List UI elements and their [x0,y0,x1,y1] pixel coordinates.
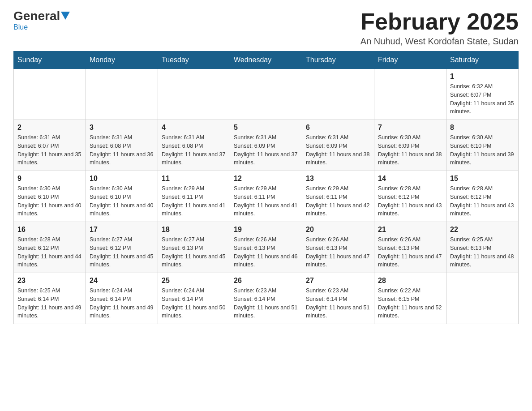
calendar-cell [230,69,302,120]
day-number: 15 [450,175,515,183]
calendar-subtitle: An Nuhud, West Kordofan State, Sudan [360,36,519,47]
calendar-cell: 13Sunrise: 6:29 AMSunset: 6:11 PMDayligh… [302,171,374,222]
calendar-cell: 14Sunrise: 6:28 AMSunset: 6:12 PMDayligh… [374,171,446,222]
day-info: Sunrise: 6:24 AMSunset: 6:14 PMDaylight:… [162,287,226,320]
day-info: Sunrise: 6:31 AMSunset: 6:08 PMDaylight:… [90,133,154,167]
calendar-week-row: 1Sunrise: 6:32 AMSunset: 6:07 PMDaylight… [14,69,519,120]
weekday-header-sunday: Sunday [14,51,86,69]
day-number: 13 [306,175,370,183]
day-info: Sunrise: 6:24 AMSunset: 6:14 PMDaylight:… [90,287,154,320]
calendar-cell: 25Sunrise: 6:24 AMSunset: 6:14 PMDayligh… [158,273,230,324]
day-number: 11 [162,175,226,183]
weekday-header-row: SundayMondayTuesdayWednesdayThursdayFrid… [14,51,519,69]
day-info: Sunrise: 6:30 AMSunset: 6:10 PMDaylight:… [450,133,515,167]
day-number: 26 [234,277,298,285]
day-info: Sunrise: 6:28 AMSunset: 6:12 PMDaylight:… [378,184,442,218]
day-number: 14 [378,175,442,183]
calendar-cell: 21Sunrise: 6:26 AMSunset: 6:13 PMDayligh… [374,222,446,273]
calendar-cell: 16Sunrise: 6:28 AMSunset: 6:12 PMDayligh… [14,222,86,273]
calendar-cell [158,69,230,120]
calendar-cell: 11Sunrise: 6:29 AMSunset: 6:11 PMDayligh… [158,171,230,222]
day-info: Sunrise: 6:22 AMSunset: 6:15 PMDaylight:… [378,287,442,320]
day-number: 7 [378,124,442,132]
day-info: Sunrise: 6:31 AMSunset: 6:07 PMDaylight:… [17,133,82,167]
calendar-table: SundayMondayTuesdayWednesdayThursdayFrid… [13,51,519,324]
calendar-cell: 22Sunrise: 6:25 AMSunset: 6:13 PMDayligh… [446,222,519,273]
calendar-cell: 17Sunrise: 6:27 AMSunset: 6:12 PMDayligh… [86,222,158,273]
calendar-cell [446,273,519,324]
page-header: General Blue February 2025 An Nuhud, Wes… [13,9,519,47]
calendar-cell: 7Sunrise: 6:30 AMSunset: 6:09 PMDaylight… [374,120,446,171]
calendar-week-row: 23Sunrise: 6:25 AMSunset: 6:14 PMDayligh… [14,273,519,324]
day-info: Sunrise: 6:30 AMSunset: 6:10 PMDaylight:… [17,184,82,218]
day-number: 17 [90,226,154,234]
day-number: 24 [90,277,154,285]
day-number: 21 [378,226,442,234]
weekday-header-saturday: Saturday [446,51,519,69]
calendar-cell [374,69,446,120]
day-info: Sunrise: 6:27 AMSunset: 6:13 PMDaylight:… [162,235,226,269]
title-block: February 2025 An Nuhud, West Kordofan St… [360,9,519,47]
day-number: 1 [450,73,515,81]
calendar-cell: 8Sunrise: 6:30 AMSunset: 6:10 PMDaylight… [446,120,519,171]
calendar-cell: 19Sunrise: 6:26 AMSunset: 6:13 PMDayligh… [230,222,302,273]
calendar-cell: 24Sunrise: 6:24 AMSunset: 6:14 PMDayligh… [86,273,158,324]
day-info: Sunrise: 6:25 AMSunset: 6:14 PMDaylight:… [17,287,82,320]
day-number: 19 [234,226,298,234]
day-info: Sunrise: 6:30 AMSunset: 6:10 PMDaylight:… [90,184,154,218]
calendar-cell: 26Sunrise: 6:23 AMSunset: 6:14 PMDayligh… [230,273,302,324]
day-number: 28 [378,277,442,285]
day-number: 22 [450,226,515,234]
day-info: Sunrise: 6:25 AMSunset: 6:13 PMDaylight:… [450,235,515,269]
day-number: 4 [162,124,226,132]
calendar-week-row: 16Sunrise: 6:28 AMSunset: 6:12 PMDayligh… [14,222,519,273]
calendar-cell: 6Sunrise: 6:31 AMSunset: 6:09 PMDaylight… [302,120,374,171]
day-info: Sunrise: 6:23 AMSunset: 6:14 PMDaylight:… [234,287,298,320]
weekday-header-monday: Monday [86,51,158,69]
weekday-header-wednesday: Wednesday [230,51,302,69]
day-info: Sunrise: 6:28 AMSunset: 6:12 PMDaylight:… [450,184,515,218]
day-info: Sunrise: 6:31 AMSunset: 6:09 PMDaylight:… [306,133,370,167]
day-info: Sunrise: 6:26 AMSunset: 6:13 PMDaylight:… [234,235,298,269]
calendar-title: February 2025 [360,9,519,34]
calendar-cell: 15Sunrise: 6:28 AMSunset: 6:12 PMDayligh… [446,171,519,222]
calendar-cell: 23Sunrise: 6:25 AMSunset: 6:14 PMDayligh… [14,273,86,324]
calendar-cell: 27Sunrise: 6:23 AMSunset: 6:14 PMDayligh… [302,273,374,324]
calendar-cell: 4Sunrise: 6:31 AMSunset: 6:08 PMDaylight… [158,120,230,171]
logo-blue-text: Blue [13,23,28,31]
day-number: 3 [90,124,154,132]
calendar-cell: 2Sunrise: 6:31 AMSunset: 6:07 PMDaylight… [14,120,86,171]
calendar-week-row: 2Sunrise: 6:31 AMSunset: 6:07 PMDaylight… [14,120,519,171]
calendar-cell: 12Sunrise: 6:29 AMSunset: 6:11 PMDayligh… [230,171,302,222]
calendar-cell: 3Sunrise: 6:31 AMSunset: 6:08 PMDaylight… [86,120,158,171]
calendar-cell: 5Sunrise: 6:31 AMSunset: 6:09 PMDaylight… [230,120,302,171]
calendar-cell: 20Sunrise: 6:26 AMSunset: 6:13 PMDayligh… [302,222,374,273]
calendar-cell: 9Sunrise: 6:30 AMSunset: 6:10 PMDaylight… [14,171,86,222]
day-number: 8 [450,124,515,132]
calendar-cell: 1Sunrise: 6:32 AMSunset: 6:07 PMDaylight… [446,69,519,120]
calendar-cell [302,69,374,120]
calendar-cell: 28Sunrise: 6:22 AMSunset: 6:15 PMDayligh… [374,273,446,324]
day-info: Sunrise: 6:23 AMSunset: 6:14 PMDaylight:… [306,287,370,320]
calendar-cell [86,69,158,120]
day-info: Sunrise: 6:31 AMSunset: 6:08 PMDaylight:… [162,133,226,167]
day-number: 12 [234,175,298,183]
day-number: 16 [17,226,82,234]
day-number: 23 [17,277,82,285]
day-number: 27 [306,277,370,285]
calendar-cell: 10Sunrise: 6:30 AMSunset: 6:10 PMDayligh… [86,171,158,222]
logo-general-text: General [13,9,60,23]
day-number: 25 [162,277,226,285]
day-number: 10 [90,175,154,183]
calendar-cell: 18Sunrise: 6:27 AMSunset: 6:13 PMDayligh… [158,222,230,273]
day-number: 20 [306,226,370,234]
day-info: Sunrise: 6:31 AMSunset: 6:09 PMDaylight:… [234,133,298,167]
calendar-cell [14,69,86,120]
day-info: Sunrise: 6:28 AMSunset: 6:12 PMDaylight:… [17,235,82,269]
day-info: Sunrise: 6:26 AMSunset: 6:13 PMDaylight:… [378,235,442,269]
weekday-header-friday: Friday [374,51,446,69]
day-number: 2 [17,124,82,132]
logo-triangle-icon [61,12,70,20]
day-number: 18 [162,226,226,234]
calendar-week-row: 9Sunrise: 6:30 AMSunset: 6:10 PMDaylight… [14,171,519,222]
